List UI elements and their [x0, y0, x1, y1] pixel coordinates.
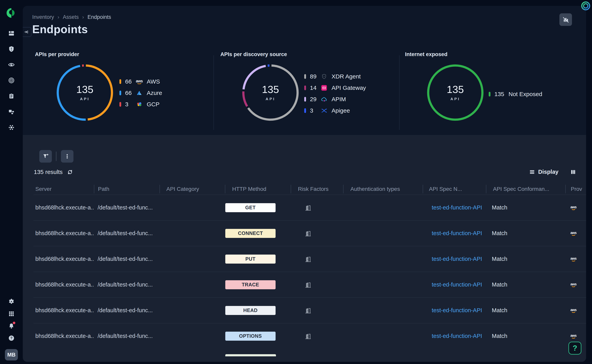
- legend-marker: [119, 91, 121, 95]
- user-avatar[interactable]: MB: [5, 349, 18, 360]
- column-header-path[interactable]: Path: [94, 185, 160, 193]
- cell-provider: aws: [565, 205, 586, 210]
- cell-provider: aws: [565, 308, 586, 313]
- svg-text:?: ?: [10, 336, 13, 340]
- partial-row-badge: [225, 354, 276, 356]
- api-spec-link[interactable]: test-ed-function-API: [432, 256, 482, 262]
- legend-label: XDR Agent: [331, 73, 361, 80]
- apigee-icon: [321, 107, 327, 114]
- settings-gear-icon[interactable]: [8, 298, 15, 305]
- table-row[interactable]: bhsd68lhck.execute-a.../default/test-ed-…: [34, 323, 586, 349]
- legend-row: 66awsAWS: [119, 77, 162, 86]
- main-panel: Inventory›Assets›Endpoints Endpoints API…: [23, 6, 586, 362]
- column-header-authentication-types[interactable]: Authentication types: [343, 185, 423, 193]
- table-row[interactable]: bhsd68lhck.execute-a.../default/test-ed-…: [34, 195, 586, 220]
- column-header-api-spec-n[interactable]: API Spec N...: [423, 185, 486, 193]
- open-door-icon: [304, 281, 311, 288]
- more-actions-button[interactable]: [61, 150, 74, 162]
- apigee-icon: [320, 107, 328, 114]
- cortex-logo-icon[interactable]: [6, 7, 17, 19]
- breadcrumb-item[interactable]: Inventory: [32, 14, 54, 20]
- legend-exposed: 135Not Exposed: [489, 90, 542, 98]
- aws-provider-icon: aws: [570, 308, 577, 313]
- help-circle-icon[interactable]: ?: [8, 335, 15, 342]
- cell-provider: aws: [565, 231, 586, 236]
- column-header-prov[interactable]: Prov: [565, 185, 586, 193]
- legend-row: 3GCP: [119, 100, 162, 109]
- column-header-server[interactable]: Server: [34, 185, 94, 193]
- assets-blocks-icon[interactable]: [8, 108, 15, 115]
- column-header-risk-factors[interactable]: Risk Factors: [291, 185, 343, 193]
- refresh-icon[interactable]: [67, 169, 73, 175]
- screen: ? MB Inventory›Assets›Endpoints Endpoint…: [0, 0, 592, 364]
- results-count: 135 results: [34, 169, 63, 175]
- api-spec-link[interactable]: test-ed-function-API: [432, 281, 482, 288]
- aws-provider-icon: aws: [570, 334, 577, 338]
- breadcrumb-separator: ›: [58, 14, 59, 20]
- table-card: 135 results Display: [23, 135, 586, 362]
- open-door-icon: [304, 255, 311, 263]
- column-header-api-category[interactable]: API Category: [160, 185, 225, 193]
- filter-add-button[interactable]: [39, 150, 52, 162]
- legend-row: 14API Gateway: [304, 84, 366, 92]
- legend-marker: [304, 85, 306, 90]
- dashboard-icon[interactable]: [8, 30, 15, 37]
- azure-icon: [135, 90, 143, 96]
- column-header-api-spec-conforman[interactable]: API Spec Conforman...: [486, 185, 565, 193]
- columns-icon[interactable]: [570, 169, 576, 175]
- cell-http-method: PUT: [225, 254, 291, 264]
- eye-icon[interactable]: [8, 61, 15, 68]
- legend-value: 29: [310, 96, 320, 103]
- clipboard-icon[interactable]: [8, 93, 15, 100]
- cell-http-method: OPTIONS: [225, 332, 291, 341]
- legend-value: 66: [125, 90, 135, 96]
- cell-server: bhsd68lhck.execute-a...: [34, 307, 94, 314]
- shield-alert-icon[interactable]: [8, 46, 15, 52]
- table-row[interactable]: bhsd68lhck.execute-a.../default/test-ed-…: [34, 246, 586, 272]
- legend-label: Not Exposed: [509, 91, 542, 98]
- help-fab-button[interactable]: ?: [568, 342, 581, 355]
- chart-divider: [399, 55, 399, 130]
- legend-label: GCP: [147, 101, 160, 108]
- aws-provider-icon: aws: [570, 205, 577, 210]
- chart-divider: [214, 55, 214, 130]
- cell-http-method: GET: [225, 203, 291, 212]
- apps-grid-icon[interactable]: [8, 310, 15, 317]
- aws-icon: aws: [136, 79, 143, 84]
- cell-http-method: TRACE: [225, 280, 291, 289]
- http-method-badge: GET: [225, 203, 276, 212]
- legend-value: 135: [494, 91, 505, 98]
- table-row[interactable]: bhsd68lhck.execute-a.../default/test-ed-…: [34, 297, 586, 323]
- open-door-icon: [304, 307, 311, 314]
- cell-server: bhsd68lhck.execute-a...: [34, 281, 94, 288]
- cell-provider: aws: [565, 257, 586, 261]
- cell-risk-factors: [291, 281, 343, 288]
- display-menu[interactable]: Display: [529, 169, 576, 175]
- cell-path: /default/test-ed-func...: [94, 204, 160, 211]
- cell-server: bhsd68lhck.execute-a...: [34, 333, 94, 339]
- notifications-bell-icon[interactable]: [8, 322, 15, 330]
- sidebar: ? MB: [0, 0, 23, 364]
- breadcrumb-item[interactable]: Assets: [63, 14, 79, 20]
- http-method-badge: TRACE: [225, 280, 276, 289]
- http-method-badge: CONNECT: [225, 229, 276, 238]
- xdr-agent-shield-icon: [321, 73, 327, 79]
- collapse-sidebar-button[interactable]: [23, 27, 31, 37]
- api-spec-link[interactable]: test-ed-function-API: [432, 307, 482, 314]
- legend-marker: [119, 79, 121, 84]
- aws-provider-icon: aws: [570, 282, 577, 287]
- api-spec-link[interactable]: test-ed-function-API: [432, 204, 482, 211]
- cluster-icon[interactable]: [8, 124, 15, 131]
- cell-risk-factors: [291, 307, 343, 314]
- cell-path: /default/test-ed-func...: [94, 333, 160, 339]
- api-spec-link[interactable]: test-ed-function-API: [432, 230, 482, 236]
- http-method-badge: HEAD: [225, 306, 276, 315]
- target-icon[interactable]: [8, 77, 15, 84]
- hide-charts-button[interactable]: [559, 13, 572, 26]
- azure-icon: [136, 90, 142, 96]
- column-header-http-method[interactable]: HTTP Method: [225, 185, 291, 193]
- table-row[interactable]: bhsd68lhck.execute-a.../default/test-ed-…: [34, 220, 586, 246]
- api-spec-link[interactable]: test-ed-function-API: [432, 333, 482, 339]
- breadcrumb-item[interactable]: Endpoints: [87, 14, 111, 20]
- table-row[interactable]: bhsd68lhck.execute-a.../default/test-ed-…: [34, 272, 586, 297]
